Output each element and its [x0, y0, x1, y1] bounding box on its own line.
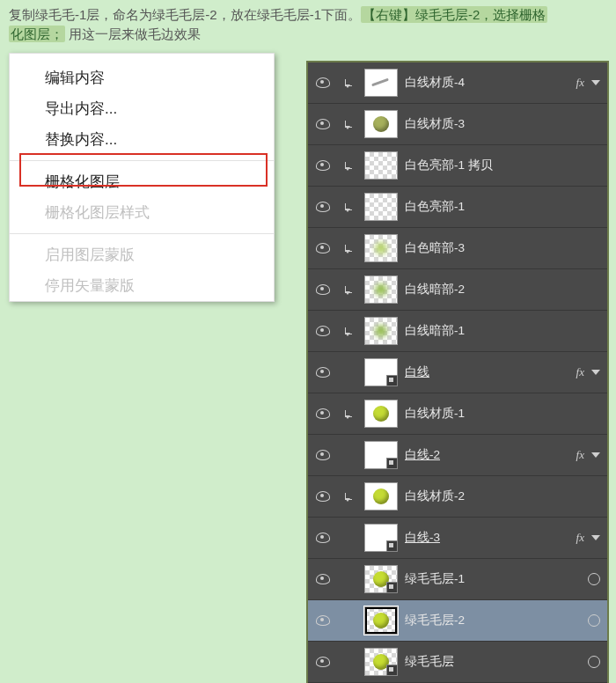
visibility-toggle[interactable] [308, 532, 338, 543]
layer-row[interactable]: 绿毛毛层-1 [308, 559, 607, 600]
chevron-down-icon[interactable] [591, 452, 600, 458]
layer-name[interactable]: 白色亮部-1 拷贝 [405, 158, 493, 173]
visibility-toggle[interactable] [308, 574, 338, 584]
layer-name[interactable]: 绿毛毛层 [405, 654, 454, 670]
layer-row[interactable]: 白色亮部-1 [308, 187, 607, 228]
layer-thumbnail[interactable] [364, 151, 398, 180]
chevron-down-icon[interactable] [591, 80, 600, 85]
visibility-toggle[interactable] [308, 77, 338, 88]
layer-name[interactable]: 白线 [405, 364, 429, 380]
visibility-toggle[interactable] [308, 491, 338, 502]
fx-indicator[interactable]: fx [576, 76, 584, 90]
visibility-toggle[interactable] [308, 284, 338, 295]
eye-icon [316, 615, 330, 626]
clip-indicator [340, 493, 357, 500]
layer-thumbnail[interactable] [364, 193, 398, 221]
layer-thumbnail[interactable] [364, 524, 398, 552]
eye-icon [316, 119, 330, 129]
visibility-toggle[interactable] [308, 119, 338, 129]
layer-row[interactable]: 白线-2fx [308, 435, 607, 476]
layer-row[interactable]: 绿毛毛层-2 [308, 600, 607, 642]
ball-icon [373, 613, 389, 628]
eye-icon [316, 284, 330, 295]
smart-object-badge-icon [386, 375, 398, 386]
layer-thumbnail[interactable] [364, 565, 398, 593]
menu-item: 停用矢量蒙版 [10, 270, 274, 301]
eye-icon [316, 326, 330, 336]
smart-object-badge-icon [386, 458, 398, 469]
visibility-toggle[interactable] [308, 450, 338, 460]
layer-name[interactable]: 绿毛毛层-2 [405, 613, 465, 628]
clip-indicator [340, 410, 357, 417]
layer-thumbnail[interactable] [364, 648, 398, 676]
layer-thumbnail[interactable] [364, 400, 398, 428]
menu-item[interactable]: 替换内容... [10, 124, 274, 155]
menu-item[interactable]: 编辑内容 [10, 62, 274, 93]
menu-item[interactable]: 导出内容... [10, 93, 274, 124]
layer-name[interactable]: 绿毛毛层-1 [405, 571, 465, 587]
visibility-toggle[interactable] [308, 243, 338, 253]
layer-row[interactable]: 白线材质-1 [308, 393, 607, 435]
layer-thumbnail[interactable] [364, 358, 398, 386]
layer-row[interactable]: 白线-3fx [308, 518, 607, 559]
layer-name[interactable]: 白线材质-1 [405, 406, 465, 422]
layer-name[interactable]: 白色亮部-1 [405, 199, 465, 215]
layer-name[interactable]: 白线暗部-1 [405, 323, 465, 339]
layer-thumbnail[interactable] [364, 234, 398, 262]
layer-thumbnail[interactable] [364, 482, 398, 510]
chevron-down-icon[interactable] [591, 370, 600, 375]
instr-part-1: 复制绿毛毛-1层，命名为绿毛毛层-2，放在绿毛毛层-1下面。 [9, 7, 361, 22]
layer-name[interactable]: 白线材质-2 [405, 488, 465, 504]
layer-row[interactable]: 白线材质-3 [308, 104, 607, 145]
visibility-toggle[interactable] [308, 326, 338, 336]
visibility-toggle[interactable] [308, 657, 338, 667]
layer-name[interactable]: 白线-3 [405, 530, 440, 546]
layer-row[interactable]: 白线暗部-1 [308, 311, 607, 352]
layer-row[interactable]: 绿毛毛层 [308, 642, 607, 683]
fx-indicator[interactable]: fx [576, 531, 584, 545]
clip-arrow-icon [345, 327, 352, 334]
layer-name[interactable]: 白线暗部-2 [405, 282, 465, 297]
smart-object-badge-icon [386, 665, 398, 676]
layer-row[interactable]: 白线暗部-2 [308, 269, 607, 311]
clip-indicator [340, 79, 357, 86]
menu-separator [10, 160, 274, 161]
layer-row[interactable]: 白线材质-4fx [308, 62, 607, 104]
layer-thumbnail[interactable] [364, 69, 398, 97]
visibility-toggle[interactable] [308, 160, 338, 171]
chevron-down-icon[interactable] [591, 535, 600, 540]
menu-item[interactable]: 栅格化图层 [10, 166, 274, 197]
adjust-icon[interactable] [588, 656, 600, 668]
layer-name[interactable]: 白线材质-4 [405, 75, 465, 91]
layer-name[interactable]: 白线材质-3 [405, 116, 465, 132]
layer-name[interactable]: 白色暗部-3 [405, 240, 465, 256]
eye-icon [316, 202, 330, 212]
eye-icon [316, 243, 330, 253]
menu-separator [10, 233, 274, 234]
clip-indicator [340, 162, 357, 169]
layer-row[interactable]: 白线fx [308, 352, 607, 393]
context-menu[interactable]: 编辑内容导出内容...替换内容...栅格化图层栅格化图层样式启用图层蒙版停用矢量… [9, 53, 275, 302]
fx-indicator[interactable]: fx [576, 448, 584, 462]
layer-thumbnail[interactable] [364, 441, 398, 469]
clip-indicator [340, 121, 357, 128]
visibility-toggle[interactable] [308, 408, 338, 419]
layer-row[interactable]: 白色亮部-1 拷贝 [308, 145, 607, 187]
fx-indicator[interactable]: fx [576, 365, 584, 379]
visibility-toggle[interactable] [308, 615, 338, 626]
adjust-icon[interactable] [588, 614, 600, 627]
layer-thumbnail[interactable] [364, 317, 398, 345]
layer-row[interactable]: 白线材质-2 [308, 476, 607, 518]
layer-thumbnail[interactable] [364, 606, 398, 635]
visibility-toggle[interactable] [308, 202, 338, 212]
layer-name[interactable]: 白线-2 [405, 447, 440, 463]
layer-thumbnail[interactable] [364, 110, 398, 138]
layers-panel[interactable]: 白线材质-4fx白线材质-3白色亮部-1 拷贝白色亮部-1白色暗部-3白线暗部-… [306, 61, 609, 683]
visibility-toggle[interactable] [308, 367, 338, 378]
layer-thumbnail[interactable] [364, 275, 398, 304]
layer-row[interactable]: 白色暗部-3 [308, 228, 607, 269]
clip-arrow-icon [345, 121, 352, 128]
adjust-icon[interactable] [588, 573, 600, 585]
clip-arrow-icon [345, 162, 352, 169]
eye-icon [316, 532, 330, 543]
